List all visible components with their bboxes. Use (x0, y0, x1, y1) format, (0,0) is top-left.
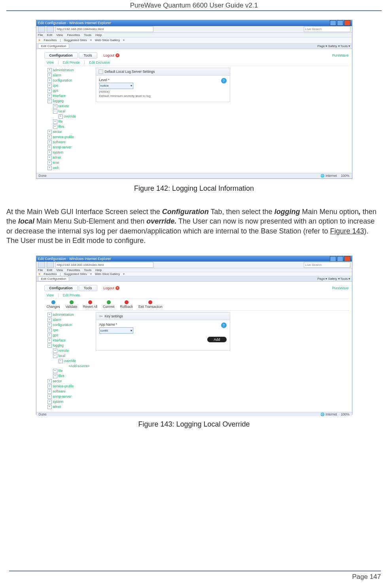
help-icon[interactable]: ? (221, 78, 227, 83)
subtab-edit-exclusive[interactable]: Edit Exclusive (89, 61, 110, 64)
toolbar-commit[interactable]: Commit (103, 300, 114, 309)
help-icon-2[interactable]: ? (221, 322, 227, 328)
status-zoom[interactable]: 100% (341, 174, 350, 178)
tree-file[interactable]: file (59, 119, 63, 123)
menu-view[interactable]: View (56, 33, 63, 37)
tree-override[interactable]: override (64, 114, 76, 118)
maximize-button[interactable] (337, 20, 343, 26)
tree-software[interactable]: software (53, 140, 66, 144)
tree-add-source[interactable]: <Add source> (69, 364, 90, 368)
page-footer: Page 147 (9, 571, 381, 581)
toolbar-revert[interactable]: Revert All (83, 300, 97, 309)
window-title: Edit Configuration - Windows Internet Ex… (38, 21, 111, 25)
tree-files[interactable]: files (59, 125, 64, 129)
tree-remote[interactable]: remote (59, 104, 69, 108)
edit-mode-tabs: View | Edit Private | Edit Exclusive (44, 59, 349, 66)
brand-logo: PureWave (332, 53, 349, 57)
ie-right-tools[interactable]: Page ▾ Safety ▾ Tools ▾ (317, 44, 350, 48)
subtab-edit-private-2[interactable]: Edit Private (63, 293, 80, 297)
menu-favorites[interactable]: Favorites (67, 33, 80, 37)
toolbar-exit[interactable]: Exit Transaction (138, 300, 162, 309)
tree-alarm[interactable]: alarm (53, 73, 61, 77)
tree-gps[interactable]: gps (53, 89, 59, 93)
tree-web[interactable]: web (53, 166, 59, 170)
tree-logging[interactable]: logging (53, 99, 64, 103)
menu-tools[interactable]: Tools (84, 33, 91, 37)
close-button-2[interactable] (344, 256, 350, 262)
settings-icon (98, 69, 103, 74)
ie-right-tools-2[interactable]: Page ▾ Safety ▾ Tools ▾ (317, 277, 350, 281)
panel-title: Default Local Log Server Settings (105, 70, 155, 74)
ie-status-bar: Done 🌐 Internet 100% (36, 173, 352, 178)
maximize-button-2[interactable] (337, 256, 343, 262)
forward-button[interactable] (47, 26, 54, 32)
toolbar-rollback[interactable]: Rollback (120, 300, 133, 309)
caption-fig143: Figure 143: Logging Local Override (6, 420, 382, 429)
status-zone: Internet (326, 174, 337, 178)
subtab-view[interactable]: View (47, 61, 54, 64)
favorites-label: Favorites (44, 38, 57, 42)
level-select[interactable]: notice ▾ (99, 83, 133, 89)
logout-link-2[interactable]: Logout✕ (104, 286, 120, 290)
fav-link-gallery[interactable]: Web Slice Gallery (95, 38, 120, 42)
tree-time[interactable]: time (53, 161, 59, 165)
back-button-2[interactable] (38, 262, 45, 268)
tab-tools[interactable]: Tools (79, 52, 97, 59)
tree-administration[interactable]: administration (53, 68, 74, 72)
tab-tools-2[interactable]: Tools (79, 285, 97, 291)
logout-link[interactable]: Logout✕ (104, 53, 120, 57)
url-field[interactable]: http://192.168.200.104/index.html (55, 26, 153, 32)
subtab-view-2[interactable]: View (47, 293, 54, 297)
level-current: (notice) (99, 90, 227, 93)
chevron-down-icon: ▾ (131, 84, 132, 87)
menu-edit[interactable]: Edit (47, 33, 52, 37)
back-button[interactable] (38, 26, 45, 32)
doc-header: PureWave Quantum 6600 User Guide v2.1 (6, 0, 382, 11)
tree-configuration[interactable]: configuration (53, 78, 72, 82)
ie-titlebar-2: Edit Configuration - Windows Internet Ex… (36, 256, 352, 262)
minimize-button-2[interactable] (330, 256, 336, 262)
tab-configuration[interactable]: Configuration (44, 52, 78, 59)
ie-favorites-bar-2: ★ Favorites | Suggested Sites ▾ Web Slic… (36, 272, 352, 276)
add-button[interactable]: Add (207, 337, 226, 342)
tree-system[interactable]: system (53, 150, 64, 154)
minimize-button[interactable] (330, 20, 336, 26)
svg-rect-0 (98, 70, 103, 74)
tree-snmp-server[interactable]: snmp-server (53, 145, 72, 149)
app-tabs: Configuration Tools Logout✕ PureWave (44, 52, 349, 59)
logout-icon-2: ✕ (115, 286, 119, 290)
app-tabs-2: Configuration Tools Logout✕ PureWave (44, 285, 349, 291)
search-field[interactable]: Live Search (304, 26, 350, 32)
search-field-2[interactable]: Live Search (304, 262, 350, 268)
ie-menu-bar-2: File Edit View Favorites Tools Help (36, 268, 352, 272)
panel-title-2: Key settings (105, 314, 123, 318)
nav-tree: +administration +alarm +configuration +c… (45, 68, 93, 171)
menu-help[interactable]: Help (95, 33, 102, 37)
tree-service-profile[interactable]: service-profile (53, 135, 74, 139)
toolbar-validate[interactable]: Validate (66, 300, 78, 309)
tree-local[interactable]: local (59, 109, 65, 113)
appname-select[interactable]: confd ▾ (99, 327, 133, 334)
status-zoom-2[interactable]: 100% (341, 412, 350, 416)
url-field-2[interactable]: http://192.168.200.104/index.html (55, 262, 153, 268)
tab-configuration-2[interactable]: Configuration (44, 285, 78, 291)
browser-tab-2[interactable]: Edit Configuration (38, 276, 70, 281)
menu-file[interactable]: File (38, 33, 43, 37)
subtab-edit-private[interactable]: Edit Private (63, 61, 80, 64)
status-zone-2: Internet (326, 412, 337, 416)
forward-button-2[interactable] (47, 262, 54, 268)
toolbar-changes[interactable]: Changes (47, 300, 60, 309)
close-button[interactable] (344, 20, 350, 26)
ie-status-bar-2: Done 🌐 Internet 100% (36, 412, 352, 416)
tree-telnet[interactable]: telnet (53, 156, 61, 159)
level-select-value: notice (100, 84, 109, 87)
tree-interface[interactable]: interface (53, 94, 66, 98)
level-desc: Default minimum severity level to log (99, 94, 227, 98)
expand-icon[interactable]: + (47, 68, 52, 72)
figure-ref-143[interactable]: Figure 143 (330, 227, 364, 235)
tree-cpe[interactable]: cpe (53, 83, 59, 87)
tree-sector[interactable]: sector (53, 130, 62, 134)
browser-tab[interactable]: Edit Configuration (38, 44, 70, 49)
fav-link-suggested[interactable]: Suggested Sites (64, 38, 87, 42)
ie-address-bar: http://192.168.200.104/index.html Live S… (36, 26, 352, 33)
